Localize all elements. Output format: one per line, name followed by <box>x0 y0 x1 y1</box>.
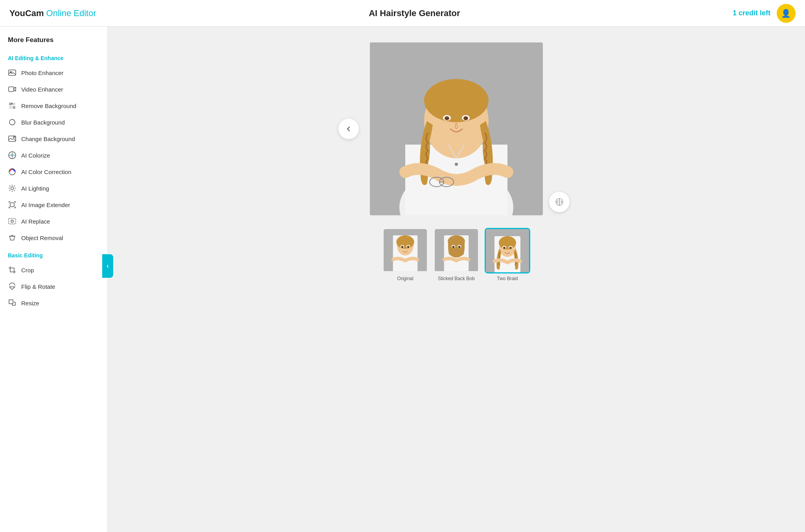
video-enhancer-label: Video Enhancer <box>21 86 63 93</box>
crop-label: Crop <box>21 267 34 273</box>
sidebar-item-ai-color-correction[interactable]: AI Color Correction <box>0 163 107 180</box>
svg-rect-5 <box>9 106 12 109</box>
svg-point-58 <box>458 246 461 248</box>
thumbnail-original-label: Original <box>397 276 413 281</box>
sidebar-item-video-enhancer[interactable]: Video Enhancer <box>0 81 107 97</box>
prev-image-button[interactable] <box>338 119 359 139</box>
svg-point-40 <box>455 163 458 166</box>
svg-rect-2 <box>9 87 14 92</box>
logo-online: Online Editor <box>46 8 96 18</box>
thumbnail-two-braid-img <box>485 228 530 273</box>
main-preview-image <box>370 42 543 215</box>
svg-rect-24 <box>9 218 16 224</box>
thumbnail-original[interactable]: Original <box>382 228 428 281</box>
object-removal-label: Object Removal <box>21 235 63 241</box>
svg-point-48 <box>401 246 404 248</box>
ai-colorize-label: AI Colorize <box>21 152 50 159</box>
svg-point-34 <box>445 116 449 120</box>
sidebar-item-flip-rotate[interactable]: Flip & Rotate <box>0 278 107 295</box>
ai-image-extender-label: AI Image Extender <box>21 202 70 208</box>
svg-point-36 <box>463 116 468 120</box>
sidebar-item-blur-bg[interactable]: Blur Background <box>0 114 107 130</box>
thumbnail-strip: Original <box>382 228 530 281</box>
svg-point-50 <box>407 246 410 248</box>
svg-point-46 <box>396 235 414 249</box>
remove-bg-icon <box>8 101 17 110</box>
remove-bg-label: Remove Background <box>21 103 76 109</box>
more-features-title: More Features <box>0 36 107 49</box>
compare-button[interactable] <box>549 192 570 212</box>
app-header: YouCam Online Editor AI Hairstyle Genera… <box>0 0 805 27</box>
ai-color-correction-icon <box>8 167 17 176</box>
svg-rect-3 <box>9 103 12 105</box>
sidebar: More Features AI Editing & Enhance Photo… <box>0 27 108 532</box>
ai-colorize-icon <box>8 151 17 160</box>
sidebar-item-photo-enhancer[interactable]: Photo Enhancer <box>0 64 107 81</box>
ai-color-correction-label: AI Color Correction <box>21 169 72 175</box>
thumbnail-two-braid-label: Two Braid <box>497 276 518 281</box>
credit-label: 1 credit left <box>733 9 770 17</box>
ai-section-title: AI Editing & Enhance <box>0 49 107 64</box>
photo-enhancer-label: Photo Enhancer <box>21 70 64 76</box>
svg-line-20 <box>14 190 15 191</box>
svg-point-25 <box>11 220 13 222</box>
video-enhancer-icon <box>8 85 17 94</box>
sidebar-item-ai-replace[interactable]: AI Replace <box>0 213 107 229</box>
ai-image-extender-icon <box>8 200 17 209</box>
svg-rect-23 <box>10 203 14 207</box>
crop-icon <box>8 266 17 274</box>
sidebar-item-ai-colorize[interactable]: AI Colorize <box>0 147 107 163</box>
change-bg-label: Change Background <box>21 136 75 142</box>
blur-bg-label: Blur Background <box>21 119 65 126</box>
sidebar-collapse-button[interactable]: ‹ <box>102 254 108 278</box>
sidebar-item-ai-lighting[interactable]: AI Lighting <box>0 180 107 196</box>
object-removal-icon <box>8 233 17 242</box>
change-bg-icon <box>8 134 17 143</box>
image-area <box>370 42 543 215</box>
thumbnail-two-braid[interactable]: Two Braid <box>485 228 530 281</box>
avatar[interactable]: 👤 <box>777 4 796 23</box>
thumbnail-slicked-img <box>434 228 479 273</box>
sidebar-item-remove-bg[interactable]: Remove Background <box>0 97 107 114</box>
ai-replace-icon <box>8 217 17 226</box>
sidebar-item-resize[interactable]: Resize <box>0 295 107 311</box>
header-right: 1 credit left 👤 <box>733 4 796 23</box>
svg-point-64 <box>503 247 505 249</box>
svg-point-56 <box>452 246 455 248</box>
logo[interactable]: YouCam Online Editor <box>9 8 96 18</box>
svg-rect-26 <box>9 300 13 304</box>
ai-lighting-icon <box>8 184 17 193</box>
app-body: More Features AI Editing & Enhance Photo… <box>0 27 805 532</box>
ai-lighting-label: AI Lighting <box>21 185 49 192</box>
main-content: Original <box>108 27 805 532</box>
svg-point-32 <box>424 79 489 122</box>
photo-enhancer-icon <box>8 68 17 77</box>
resize-label: Resize <box>21 300 39 306</box>
svg-line-19 <box>9 185 10 186</box>
page-title: AI Hairstyle Generator <box>369 8 460 18</box>
svg-rect-4 <box>13 103 15 105</box>
svg-point-11 <box>11 154 13 156</box>
svg-point-14 <box>11 187 14 190</box>
sidebar-item-crop[interactable]: Crop <box>0 262 107 278</box>
ai-replace-label: AI Replace <box>21 218 50 225</box>
logo-youcam: YouCam <box>9 8 44 18</box>
thumbnail-original-img <box>382 228 428 273</box>
basic-section-title: Basic Editing <box>0 246 107 262</box>
sidebar-item-object-removal[interactable]: Object Removal <box>0 229 107 246</box>
thumbnail-slicked-back-bob[interactable]: Slicked Back Bob <box>434 228 479 281</box>
sidebar-item-ai-image-extender[interactable]: AI Image Extender <box>0 196 107 213</box>
svg-point-62 <box>499 236 516 249</box>
resize-icon <box>8 299 17 307</box>
blur-bg-icon <box>8 118 17 127</box>
flip-rotate-label: Flip & Rotate <box>21 283 55 290</box>
thumbnail-slicked-label: Slicked Back Bob <box>438 276 474 281</box>
sidebar-item-change-bg[interactable]: Change Background <box>0 130 107 147</box>
flip-rotate-icon <box>8 282 17 291</box>
svg-line-22 <box>9 190 10 191</box>
avatar-icon: 👤 <box>781 9 791 18</box>
svg-rect-6 <box>13 106 15 109</box>
svg-line-21 <box>14 185 15 186</box>
svg-point-9 <box>13 136 15 138</box>
svg-point-66 <box>509 247 512 249</box>
